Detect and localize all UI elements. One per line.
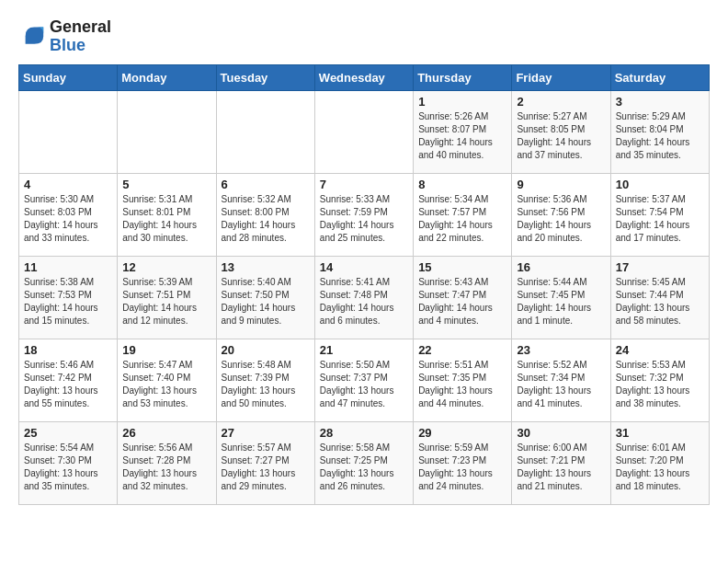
calendar-cell: 20Sunrise: 5:48 AM Sunset: 7:39 PM Dayli…: [216, 339, 314, 421]
calendar-cell: 26Sunrise: 5:56 AM Sunset: 7:28 PM Dayli…: [118, 421, 216, 504]
day-info-text: Sunrise: 5:45 AM Sunset: 7:44 PM Dayligh…: [616, 276, 704, 327]
calendar-cell: 27Sunrise: 5:57 AM Sunset: 7:27 PM Dayli…: [216, 421, 314, 504]
day-number: 5: [122, 178, 210, 191]
calendar-cell: [314, 90, 413, 173]
day-number: 25: [24, 426, 112, 440]
day-number: 28: [320, 426, 408, 440]
day-number: 29: [418, 426, 506, 440]
weekday-header-thursday: Thursday: [414, 64, 512, 90]
calendar-cell: 30Sunrise: 6:00 AM Sunset: 7:21 PM Dayli…: [512, 421, 610, 504]
day-info-text: Sunrise: 6:01 AM Sunset: 7:20 PM Dayligh…: [616, 442, 704, 493]
calendar-cell: 14Sunrise: 5:41 AM Sunset: 7:48 PM Dayli…: [314, 256, 413, 339]
day-number: 2: [517, 95, 605, 109]
calendar-cell: 23Sunrise: 5:52 AM Sunset: 7:34 PM Dayli…: [512, 339, 610, 421]
day-number: 30: [517, 426, 605, 440]
day-number: 23: [517, 343, 605, 357]
page-header: General Blue: [18, 18, 710, 55]
day-number: 1: [418, 95, 506, 109]
calendar-cell: 5Sunrise: 5:31 AM Sunset: 8:01 PM Daylig…: [118, 173, 216, 256]
calendar-cell: 19Sunrise: 5:47 AM Sunset: 7:40 PM Dayli…: [118, 339, 216, 421]
day-info-text: Sunrise: 5:44 AM Sunset: 7:45 PM Dayligh…: [517, 276, 605, 327]
calendar-cell: 3Sunrise: 5:29 AM Sunset: 8:04 PM Daylig…: [610, 90, 709, 173]
day-number: 4: [24, 178, 112, 191]
calendar-cell: 24Sunrise: 5:53 AM Sunset: 7:32 PM Dayli…: [610, 339, 709, 421]
logo-icon: [20, 22, 46, 48]
day-info-text: Sunrise: 5:52 AM Sunset: 7:34 PM Dayligh…: [517, 359, 605, 410]
weekday-header-wednesday: Wednesday: [314, 64, 413, 90]
day-info-text: Sunrise: 5:31 AM Sunset: 8:01 PM Dayligh…: [122, 193, 210, 245]
day-info-text: Sunrise: 5:32 AM Sunset: 8:00 PM Dayligh…: [222, 193, 310, 245]
calendar-cell: 29Sunrise: 5:59 AM Sunset: 7:23 PM Dayli…: [414, 421, 512, 504]
day-number: 14: [320, 260, 408, 274]
day-number: 27: [222, 426, 310, 440]
calendar-cell: 10Sunrise: 5:37 AM Sunset: 7:54 PM Dayli…: [610, 173, 709, 256]
calendar-cell: [216, 90, 314, 173]
calendar-cell: 8Sunrise: 5:34 AM Sunset: 7:57 PM Daylig…: [414, 173, 512, 256]
day-info-text: Sunrise: 5:53 AM Sunset: 7:32 PM Dayligh…: [616, 359, 704, 410]
calendar-cell: 4Sunrise: 5:30 AM Sunset: 8:03 PM Daylig…: [19, 173, 118, 256]
calendar-cell: 2Sunrise: 5:27 AM Sunset: 8:05 PM Daylig…: [512, 90, 610, 173]
day-number: 8: [418, 178, 506, 191]
day-number: 13: [222, 260, 310, 274]
day-info-text: Sunrise: 5:26 AM Sunset: 8:07 PM Dayligh…: [418, 110, 506, 162]
day-number: 9: [517, 178, 605, 191]
day-number: 7: [320, 178, 408, 191]
calendar-week-row: 11Sunrise: 5:38 AM Sunset: 7:53 PM Dayli…: [19, 256, 710, 339]
logo-text-line1: General: [50, 18, 111, 37]
day-info-text: Sunrise: 5:40 AM Sunset: 7:50 PM Dayligh…: [222, 276, 310, 327]
day-number: 16: [517, 260, 605, 274]
day-number: 19: [122, 343, 210, 357]
day-info-text: Sunrise: 5:50 AM Sunset: 7:37 PM Dayligh…: [320, 359, 408, 410]
calendar-cell: 15Sunrise: 5:43 AM Sunset: 7:47 PM Dayli…: [414, 256, 512, 339]
day-number: 12: [122, 260, 210, 274]
day-info-text: Sunrise: 6:00 AM Sunset: 7:21 PM Dayligh…: [517, 442, 605, 493]
day-info-text: Sunrise: 5:59 AM Sunset: 7:23 PM Dayligh…: [418, 442, 506, 493]
day-info-text: Sunrise: 5:43 AM Sunset: 7:47 PM Dayligh…: [418, 276, 506, 327]
calendar-cell: [19, 90, 118, 173]
calendar-cell: 9Sunrise: 5:36 AM Sunset: 7:56 PM Daylig…: [512, 173, 610, 256]
day-info-text: Sunrise: 5:29 AM Sunset: 8:04 PM Dayligh…: [616, 110, 704, 162]
day-number: 11: [24, 260, 112, 274]
day-info-text: Sunrise: 5:39 AM Sunset: 7:51 PM Dayligh…: [122, 276, 210, 327]
calendar-cell: 18Sunrise: 5:46 AM Sunset: 7:42 PM Dayli…: [19, 339, 118, 421]
calendar-cell: 1Sunrise: 5:26 AM Sunset: 8:07 PM Daylig…: [414, 90, 512, 173]
weekday-header-monday: Monday: [118, 64, 216, 90]
day-number: 17: [616, 260, 704, 274]
calendar-week-row: 18Sunrise: 5:46 AM Sunset: 7:42 PM Dayli…: [19, 339, 710, 421]
calendar-cell: 16Sunrise: 5:44 AM Sunset: 7:45 PM Dayli…: [512, 256, 610, 339]
calendar-cell: 17Sunrise: 5:45 AM Sunset: 7:44 PM Dayli…: [610, 256, 709, 339]
day-info-text: Sunrise: 5:51 AM Sunset: 7:35 PM Dayligh…: [418, 359, 506, 410]
weekday-header-row: SundayMondayTuesdayWednesdayThursdayFrid…: [19, 64, 710, 90]
calendar-cell: 21Sunrise: 5:50 AM Sunset: 7:37 PM Dayli…: [314, 339, 413, 421]
calendar-cell: 31Sunrise: 6:01 AM Sunset: 7:20 PM Dayli…: [610, 421, 709, 504]
day-info-text: Sunrise: 5:36 AM Sunset: 7:56 PM Dayligh…: [517, 193, 605, 245]
day-number: 20: [222, 343, 310, 357]
calendar-cell: 6Sunrise: 5:32 AM Sunset: 8:00 PM Daylig…: [216, 173, 314, 256]
calendar-cell: 12Sunrise: 5:39 AM Sunset: 7:51 PM Dayli…: [118, 256, 216, 339]
day-number: 22: [418, 343, 506, 357]
calendar-cell: 13Sunrise: 5:40 AM Sunset: 7:50 PM Dayli…: [216, 256, 314, 339]
day-info-text: Sunrise: 5:46 AM Sunset: 7:42 PM Dayligh…: [24, 359, 112, 410]
calendar-cell: 7Sunrise: 5:33 AM Sunset: 7:59 PM Daylig…: [314, 173, 413, 256]
calendar-week-row: 4Sunrise: 5:30 AM Sunset: 8:03 PM Daylig…: [19, 173, 710, 256]
day-number: 10: [616, 178, 704, 191]
calendar-cell: [118, 90, 216, 173]
day-info-text: Sunrise: 5:47 AM Sunset: 7:40 PM Dayligh…: [122, 359, 210, 410]
day-info-text: Sunrise: 5:27 AM Sunset: 8:05 PM Dayligh…: [517, 110, 605, 162]
day-number: 31: [616, 426, 704, 440]
logo: General Blue: [18, 18, 111, 55]
calendar-cell: 28Sunrise: 5:58 AM Sunset: 7:25 PM Dayli…: [314, 421, 413, 504]
calendar-week-row: 25Sunrise: 5:54 AM Sunset: 7:30 PM Dayli…: [19, 421, 710, 504]
day-info-text: Sunrise: 5:38 AM Sunset: 7:53 PM Dayligh…: [24, 276, 112, 327]
calendar-cell: 22Sunrise: 5:51 AM Sunset: 7:35 PM Dayli…: [414, 339, 512, 421]
calendar-table: SundayMondayTuesdayWednesdayThursdayFrid…: [18, 64, 710, 505]
day-info-text: Sunrise: 5:30 AM Sunset: 8:03 PM Dayligh…: [24, 193, 112, 245]
calendar-week-row: 1Sunrise: 5:26 AM Sunset: 8:07 PM Daylig…: [19, 90, 710, 173]
logo-text-line2: Blue: [50, 37, 111, 55]
weekday-header-sunday: Sunday: [19, 64, 118, 90]
day-info-text: Sunrise: 5:54 AM Sunset: 7:30 PM Dayligh…: [24, 442, 112, 493]
day-number: 21: [320, 343, 408, 357]
day-number: 24: [616, 343, 704, 357]
day-info-text: Sunrise: 5:48 AM Sunset: 7:39 PM Dayligh…: [222, 359, 310, 410]
day-info-text: Sunrise: 5:57 AM Sunset: 7:27 PM Dayligh…: [222, 442, 310, 493]
